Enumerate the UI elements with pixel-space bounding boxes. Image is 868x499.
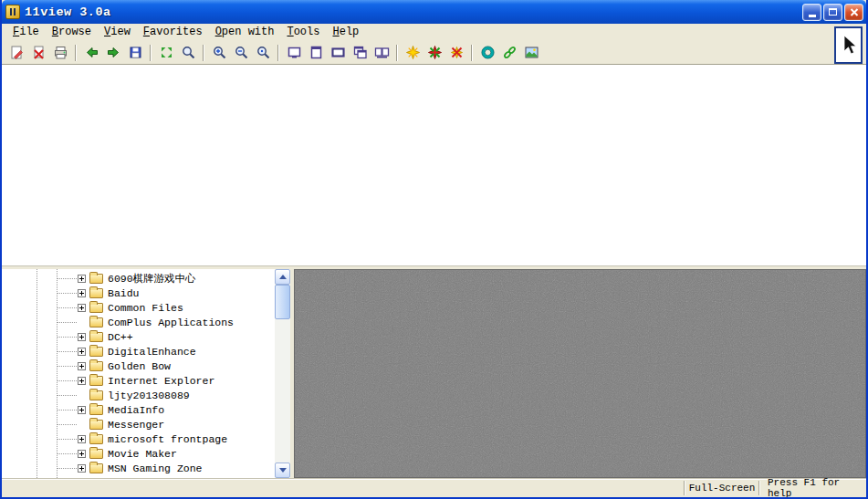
wallpaper-button[interactable] <box>520 43 542 63</box>
link-button[interactable] <box>498 43 520 63</box>
tree-item[interactable]: Internet Explorer <box>2 373 275 388</box>
single-window-icon <box>287 45 302 60</box>
tree-item-label[interactable]: Baidu <box>108 287 140 299</box>
tree-item-label[interactable]: Messenger <box>108 419 164 431</box>
folder-icon <box>89 361 103 371</box>
tree-item-label[interactable]: Internet Explorer <box>108 375 214 387</box>
remove-favorite-button[interactable] <box>445 43 467 63</box>
tree-item[interactable]: MSN Gaming Zone <box>2 461 275 475</box>
edit-button[interactable] <box>5 43 27 63</box>
tree-item-label[interactable]: ljty201308089 <box>108 390 190 401</box>
tree-item[interactable]: Movie Maker <box>2 446 275 461</box>
folder-icon <box>89 288 103 298</box>
tree-item-label[interactable]: 6090棋牌游戏中心 <box>108 272 196 286</box>
link-icon <box>502 45 518 60</box>
maximize-icon <box>829 8 837 16</box>
scroll-down-button[interactable] <box>275 463 290 478</box>
tree-item[interactable]: Baidu <box>2 286 275 300</box>
folder-icon <box>89 303 103 313</box>
status-bar: Full-Screen Press F1 for help <box>2 478 866 497</box>
tree-item-label[interactable]: DigitalEnhance <box>108 346 196 358</box>
print-button[interactable] <box>49 43 71 63</box>
expand-icon[interactable] <box>78 289 86 297</box>
view-wide-button[interactable] <box>327 43 349 63</box>
maximize-button[interactable] <box>823 4 842 21</box>
expand-icon[interactable] <box>78 464 86 473</box>
tree-item-label[interactable]: Movie Maker <box>108 448 177 460</box>
tree-item[interactable]: Golden Bow <box>2 359 275 373</box>
dual-monitor-icon <box>374 45 390 60</box>
zoom-out-icon <box>234 45 249 60</box>
tree-item[interactable]: 6090棋牌游戏中心 <box>2 271 275 286</box>
tree-item-label[interactable]: MSN Gaming Zone <box>108 463 203 474</box>
minimize-button[interactable] <box>802 4 821 21</box>
toolbar <box>2 41 866 64</box>
cursor-arrow-icon <box>839 34 859 57</box>
app-icon[interactable] <box>5 5 20 19</box>
tree-item-label[interactable]: DC++ <box>108 331 133 343</box>
expand-icon[interactable] <box>78 435 86 443</box>
tree-item[interactable]: Common Files <box>2 300 275 315</box>
expand-icon[interactable] <box>78 406 86 414</box>
close-button[interactable] <box>844 4 863 21</box>
folder-icon <box>89 332 103 342</box>
view-button[interactable] <box>177 43 199 63</box>
view-overlap-button[interactable] <box>349 43 371 63</box>
prev-arrow-icon <box>84 45 99 60</box>
menu-item[interactable]: Favorites <box>137 25 209 40</box>
arrow-up-icon <box>279 275 287 279</box>
folder-icon <box>89 376 103 386</box>
expand-icon[interactable] <box>78 348 86 356</box>
expand-icon[interactable] <box>78 333 86 341</box>
tree-item[interactable]: ComPlus Applications <box>2 315 275 329</box>
zoom-in-button[interactable] <box>208 43 230 63</box>
tree-item[interactable]: Messenger <box>2 417 275 431</box>
scrollbar-thumb[interactable] <box>275 285 290 319</box>
folder-icon <box>89 449 103 459</box>
tree-scrollbar[interactable] <box>275 269 290 478</box>
tree-item[interactable]: MediaInfo <box>2 402 275 417</box>
scroll-up-button[interactable] <box>275 269 290 285</box>
tree-item[interactable]: microsoft frontpage <box>2 431 275 446</box>
previous-button[interactable] <box>80 43 102 63</box>
pages-window-icon <box>309 45 324 60</box>
expand-icon[interactable] <box>78 362 86 370</box>
menu-item[interactable]: View <box>98 25 137 40</box>
title-bar[interactable]: 11view 3.0a <box>2 0 866 24</box>
view-dual-button[interactable] <box>371 43 392 63</box>
menu-item[interactable]: Tools <box>280 25 326 40</box>
tree-item-label[interactable]: microsoft frontpage <box>108 433 227 445</box>
fit-window-button[interactable] <box>155 43 177 63</box>
print-icon <box>53 45 68 60</box>
delete-button[interactable] <box>27 43 49 63</box>
folder-icon <box>89 347 103 357</box>
pointer-tool-button[interactable] <box>834 26 863 64</box>
tree-item-label[interactable]: ComPlus Applications <box>108 317 234 328</box>
tree-item[interactable]: DC++ <box>2 329 275 344</box>
add-favorite-button[interactable] <box>402 43 424 63</box>
zoom-out-button[interactable] <box>230 43 252 63</box>
zoom-actual-button[interactable] <box>252 43 274 63</box>
menu-item[interactable]: Help <box>326 25 365 40</box>
tree-item[interactable]: ljty201308089 <box>2 388 275 402</box>
tree-item[interactable]: DigitalEnhance <box>2 344 275 359</box>
menu-item[interactable]: Open with <box>209 25 281 40</box>
view-single-button[interactable] <box>283 43 305 63</box>
window-title: 11view 3.0a <box>25 5 111 19</box>
next-button[interactable] <box>102 43 124 63</box>
view-pages-button[interactable] <box>305 43 327 63</box>
expand-icon[interactable] <box>78 304 86 312</box>
expand-icon[interactable] <box>78 275 86 283</box>
menu-item[interactable]: Browse <box>46 25 98 40</box>
save-button[interactable] <box>124 43 146 63</box>
folder-icon <box>89 317 103 327</box>
menu-item[interactable]: File <box>6 25 46 40</box>
tree-item-label[interactable]: MediaInfo <box>108 404 164 416</box>
options-button[interactable] <box>476 43 498 63</box>
organize-favorites-button[interactable] <box>424 43 445 63</box>
tree-item-label[interactable]: Common Files <box>108 302 183 314</box>
tree-item-label[interactable]: Golden Bow <box>108 360 171 372</box>
expand-icon[interactable] <box>78 450 86 458</box>
expand-icon[interactable] <box>78 377 86 385</box>
toolbar-separator <box>203 45 204 61</box>
